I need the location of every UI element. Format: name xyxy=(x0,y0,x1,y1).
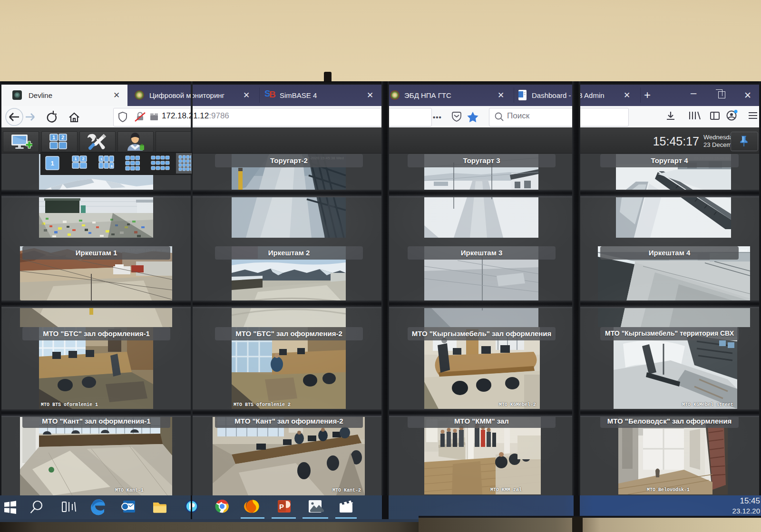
svg-text:P: P xyxy=(279,503,284,511)
svg-text:6: 6 xyxy=(111,164,113,168)
svg-text:1: 1 xyxy=(74,156,77,161)
svg-text:2: 2 xyxy=(82,156,84,161)
svg-text:1: 1 xyxy=(100,157,103,161)
svg-text:2: 2 xyxy=(61,135,64,140)
svg-text:1: 1 xyxy=(50,160,54,167)
svg-text:1: 1 xyxy=(52,135,55,140)
